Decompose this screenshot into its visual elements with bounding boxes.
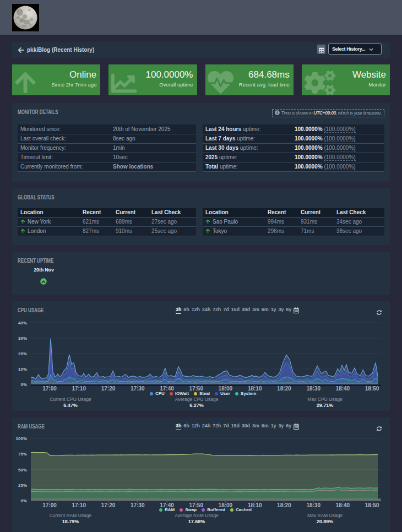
- svg-text:0%: 0%: [20, 498, 27, 503]
- svg-text:75%: 75%: [18, 452, 27, 457]
- svg-text:17:00: 17:00: [42, 502, 57, 508]
- svg-text:18:30: 18:30: [306, 502, 320, 508]
- svg-text:10%: 10%: [18, 367, 27, 372]
- svg-text:18:20: 18:20: [277, 386, 291, 392]
- svg-text:17:20: 17:20: [101, 502, 116, 508]
- svg-text:40%: 40%: [18, 321, 27, 325]
- svg-text:18:40: 18:40: [336, 386, 350, 392]
- svg-text:100%: 100%: [16, 436, 27, 441]
- svg-text:20%: 20%: [18, 351, 27, 356]
- svg-text:30%: 30%: [18, 336, 27, 341]
- svg-text:18:20: 18:20: [277, 502, 291, 508]
- svg-text:17:30: 17:30: [131, 386, 145, 392]
- svg-text:0%: 0%: [20, 382, 27, 387]
- svg-text:17:10: 17:10: [72, 386, 86, 392]
- svg-text:18:50: 18:50: [365, 386, 379, 392]
- svg-text:18:40: 18:40: [336, 502, 350, 508]
- svg-text:18:50: 18:50: [365, 502, 379, 508]
- svg-text:17:20: 17:20: [101, 386, 116, 392]
- svg-text:17:00: 17:00: [42, 386, 57, 392]
- svg-text:18:30: 18:30: [306, 386, 320, 392]
- svg-text:17:30: 17:30: [131, 502, 145, 508]
- svg-text:25%: 25%: [18, 483, 27, 488]
- svg-text:50%: 50%: [18, 468, 27, 473]
- svg-text:17:10: 17:10: [72, 502, 86, 508]
